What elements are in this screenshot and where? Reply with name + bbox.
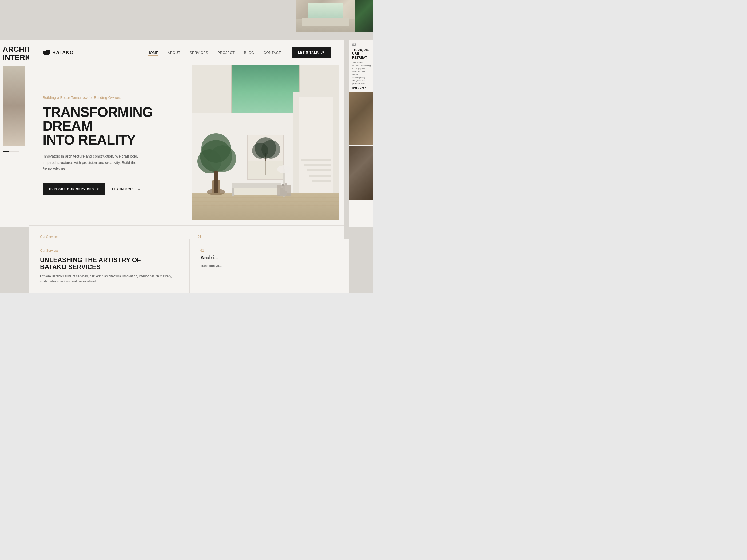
- svg-point-41: [282, 184, 284, 186]
- svg-rect-1: [46, 50, 50, 54]
- svg-point-24: [201, 133, 231, 163]
- progress-bar-fill: [3, 151, 9, 152]
- hero-section: Building a Better Tomorrow for Building …: [29, 65, 344, 225]
- hero-title: TRANSFORMING DREAM INTO REALITY: [43, 105, 174, 146]
- service-heading-left-2: UNLEASHING THE ARTISTRY OF BATAKO SERVIC…: [40, 257, 179, 271]
- svg-rect-14: [312, 180, 331, 182]
- nav-about[interactable]: ABOUT: [168, 51, 180, 55]
- svg-rect-38: [232, 188, 234, 196]
- our-services-label: Our Services: [40, 235, 176, 239]
- explore-services-button[interactable]: EXPLORE OUR SERVICES ↗: [43, 183, 105, 195]
- nav-home[interactable]: HOME: [148, 51, 158, 55]
- right-partial-card: 03 TRANQUIL URE RETREAT This project foc…: [350, 40, 374, 227]
- svg-rect-40: [278, 185, 291, 196]
- top-background-images: [296, 0, 374, 32]
- service-num-2: 01: [200, 249, 339, 252]
- svg-rect-42: [285, 183, 287, 186]
- svg-rect-12: [307, 169, 331, 171]
- logo-icon: [43, 49, 50, 56]
- hero-left: Building a Better Tomorrow for Building …: [29, 65, 187, 225]
- arrow-right-icon: →: [137, 187, 140, 191]
- hero-buttons: EXPLORE OUR SERVICES ↗ LEARN MORE →: [43, 183, 174, 195]
- service-title-right-2: Archi...: [200, 255, 339, 261]
- bottom-services-duplicate: Our Services UNLEASHING THE ARTISTRY OF …: [29, 239, 350, 293]
- progress-bar-bg: [3, 151, 20, 152]
- services-grid-2: Our Services UNLEASHING THE ARTISTRY OF …: [29, 239, 350, 293]
- learn-more-button[interactable]: LEARN MORE →: [112, 187, 140, 191]
- arrow-icon: ↗: [96, 187, 99, 191]
- logo[interactable]: BATAKO: [43, 49, 74, 56]
- svg-rect-13: [309, 175, 331, 177]
- nav-links: HOME ABOUT SERVICES PROJECT BLOG CONTACT: [148, 51, 281, 55]
- nav-project[interactable]: PROJECT: [217, 51, 234, 55]
- right-img-1: [350, 92, 374, 145]
- svg-rect-10: [302, 159, 331, 161]
- external-link-icon: ↗: [321, 50, 325, 55]
- hero-image: [187, 65, 344, 220]
- hero-description: Innovators in architecture and construct…: [43, 153, 144, 172]
- service-num: 01: [198, 235, 334, 239]
- nav-services[interactable]: SERVICES: [190, 51, 208, 55]
- svg-rect-5: [232, 65, 299, 119]
- svg-rect-11: [304, 164, 331, 166]
- svg-rect-2: [44, 54, 49, 55]
- svg-rect-37: [232, 183, 281, 188]
- lets-talk-button[interactable]: LET'S TALK ↗: [291, 47, 331, 58]
- service-desc-left-2: Explore Batako's suite of services, deli…: [40, 274, 179, 284]
- svg-rect-25: [214, 171, 218, 193]
- svg-point-31: [261, 140, 280, 159]
- top-bg-img-2: [355, 0, 374, 32]
- hero-tagline: Building a Better Tomorrow for Building …: [43, 96, 174, 100]
- left-partial-card: ARCHITE INTERIOR: [0, 40, 29, 227]
- nav-blog[interactable]: BLOG: [244, 51, 254, 55]
- svg-point-34: [277, 165, 290, 174]
- nav-contact[interactable]: CONTACT: [264, 51, 281, 55]
- arrow-icon: →: [367, 87, 369, 89]
- right-partial-content: 03 TRANQUIL URE RETREAT This project foc…: [350, 40, 374, 92]
- left-heading: ARCHITE INTERIOR: [3, 45, 27, 62]
- left-preview-image: [3, 66, 25, 146]
- right-learn-more[interactable]: LEARN MORE →: [352, 87, 371, 89]
- svg-rect-0: [43, 51, 46, 54]
- navbar: BATAKO HOME ABOUT SERVICES PROJECT BLOG …: [29, 40, 344, 65]
- top-bg-img-1: [296, 0, 355, 32]
- our-services-label-2: Our Services: [40, 249, 179, 252]
- service-card-left-2: Our Services UNLEASHING THE ARTISTRY OF …: [29, 239, 189, 293]
- right-img-2: [350, 146, 374, 200]
- service-card-right-2: 01 Archi... Transform yo...: [189, 239, 350, 293]
- hero-right: [187, 65, 344, 225]
- service-desc-right-2: Transform yo...: [200, 264, 339, 269]
